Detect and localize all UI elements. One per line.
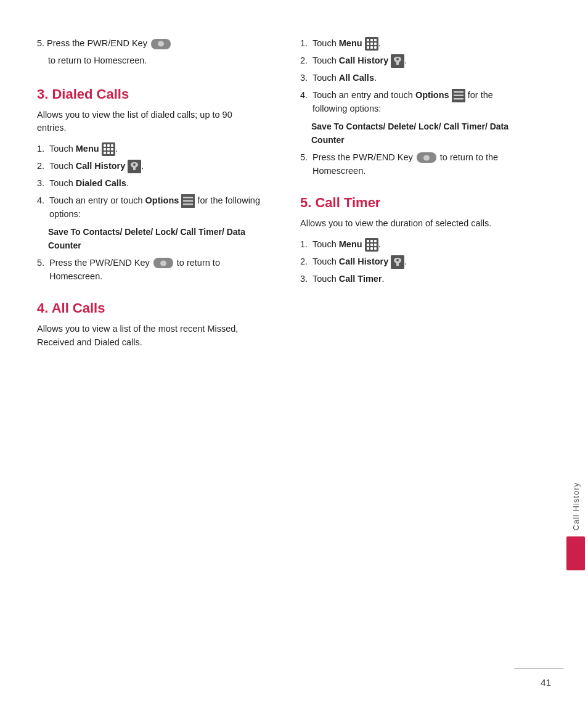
section4-intro: Allows you to view a list of the most re… bbox=[37, 322, 263, 350]
section5-intro: Allows you to view the duration of selec… bbox=[300, 217, 526, 231]
step-3-5: 5. Press the PWR/END Key to return to Ho… bbox=[37, 257, 263, 284]
call-history-icon-5-2 bbox=[391, 255, 404, 269]
sidebar-label: Call History bbox=[571, 482, 581, 530]
step-5-1: 1. Touch Menu . bbox=[300, 238, 526, 252]
divider-line bbox=[514, 668, 563, 669]
section3-intro: Allows you to view the list of dialed ca… bbox=[37, 109, 263, 136]
left-column: 5. Press the PWR/END Key to return to Ho… bbox=[0, 37, 282, 669]
svg-rect-3 bbox=[183, 197, 193, 199]
options-icon-r4 bbox=[452, 89, 465, 102]
step-3-2: 2. Touch Call History . bbox=[37, 160, 263, 173]
svg-rect-4 bbox=[183, 200, 193, 202]
menu-icon bbox=[102, 142, 115, 156]
svg-rect-10 bbox=[454, 95, 463, 97]
step-r-5: 5. Press the PWR/END Key to return to th… bbox=[300, 151, 526, 178]
pwr-end-icon bbox=[151, 39, 171, 49]
svg-rect-9 bbox=[454, 91, 463, 93]
intro-step5: 5. Press the PWR/END Key bbox=[37, 37, 263, 51]
svg-point-1 bbox=[133, 163, 136, 166]
step-3-1: 1. Touch Menu . bbox=[37, 142, 263, 156]
step-3-4: 4. Touch an entry or touch Options for t… bbox=[37, 194, 263, 221]
section3-heading: 3. Dialed Calls bbox=[37, 86, 263, 102]
step-r-2: 2. Touch Call History . bbox=[300, 54, 526, 68]
menu-icon-5-1 bbox=[365, 238, 378, 252]
pwr-icon-r5 bbox=[417, 152, 436, 163]
right-column: 1. Touch Menu . 2. Touch Call History bbox=[282, 37, 563, 669]
section4-heading: 4. All Calls bbox=[37, 300, 263, 316]
call-history-icon-r2 bbox=[391, 54, 404, 68]
section5-heading: 5. Call Timer bbox=[300, 195, 526, 211]
intro-step5b: to return to Homescreen. bbox=[37, 54, 263, 68]
page-number: 41 bbox=[541, 677, 551, 688]
step-r-4: 4. Touch an entry and touch Options for … bbox=[300, 89, 526, 116]
section4-subnote: Save To Contacts/ Delete/ Lock/ Call Tim… bbox=[311, 120, 526, 147]
svg-point-7 bbox=[396, 58, 399, 60]
section3-subnote: Save To Contacts/ Delete/ Lock/ Call Tim… bbox=[48, 225, 263, 253]
step-r-3: 3. Touch All Calls. bbox=[300, 72, 526, 85]
svg-rect-11 bbox=[454, 98, 463, 100]
sidebar-bar bbox=[566, 536, 585, 570]
menu-icon-r1 bbox=[365, 37, 378, 51]
step-5-2: 2. Touch Call History . bbox=[300, 255, 526, 269]
step-r-1: 1. Touch Menu . bbox=[300, 37, 526, 51]
svg-rect-5 bbox=[183, 203, 193, 205]
step-3-3: 3. Touch Dialed Calls. bbox=[37, 177, 263, 191]
options-icon bbox=[181, 194, 195, 208]
step-5-3: 3. Touch Call Timer. bbox=[300, 273, 526, 286]
pwr-icon-3-5 bbox=[153, 258, 173, 268]
svg-point-13 bbox=[396, 259, 399, 261]
call-history-icon bbox=[128, 160, 141, 173]
sidebar: Call History bbox=[563, 37, 588, 669]
